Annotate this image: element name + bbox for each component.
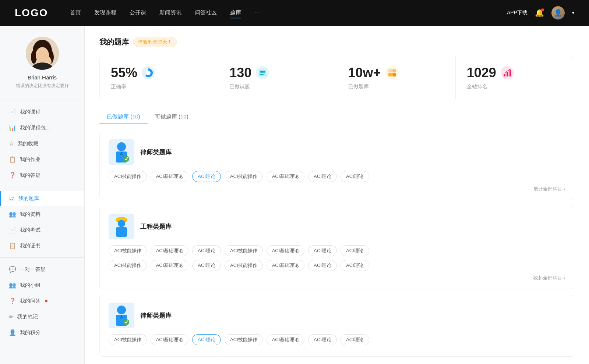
- tag-item[interactable]: ACI理论: [192, 260, 221, 271]
- notification-icon[interactable]: 🔔: [535, 8, 544, 17]
- sidebar-item-my-questions[interactable]: ❓ 我的问答: [0, 293, 84, 309]
- nav-news[interactable]: 新闻资讯: [159, 8, 181, 18]
- tag-item[interactable]: ACI技能操作: [109, 260, 147, 271]
- tag-item[interactable]: ACI技能操作: [109, 171, 147, 182]
- qbank-header: 工程类题库: [109, 214, 565, 239]
- main-content: 我的题库 体验剩余23天！ 55%: [85, 26, 589, 364]
- tag-item[interactable]: ACI技能操作: [225, 260, 263, 271]
- tag-item[interactable]: ACI基础理论: [151, 260, 189, 271]
- tags-row-2a: ACI技能操作 ACI基础理论 ACI理论 ACI技能操作 ACI基础理论 AC…: [109, 245, 565, 256]
- nav-home[interactable]: 首页: [70, 8, 81, 18]
- sidebar-label: 一对一答疑: [20, 266, 46, 273]
- sidebar-item-my-points[interactable]: 👤 我的积分: [0, 325, 84, 340]
- tag-item[interactable]: ACI技能操作: [225, 334, 263, 345]
- expand-link-2[interactable]: 收起全部科目 ›: [109, 275, 565, 281]
- course-package-icon: 📊: [9, 124, 16, 131]
- svg-rect-14: [392, 69, 396, 72]
- nav-questions[interactable]: 题库: [230, 8, 241, 18]
- sidebar-item-my-group[interactable]: 👥 我的小组: [0, 277, 84, 293]
- sidebar-item-one-on-one[interactable]: 💬 一对一答疑: [0, 261, 84, 277]
- nav-discover[interactable]: 发现课程: [94, 8, 116, 18]
- user-avatar[interactable]: 👤: [551, 6, 565, 19]
- tag-item[interactable]: ACI理论: [341, 245, 369, 256]
- nav-more[interactable]: ···: [254, 8, 259, 18]
- svg-point-21: [117, 142, 126, 151]
- tag-item[interactable]: ACI技能操作: [109, 245, 147, 256]
- tag-item[interactable]: ACI技能操作: [109, 334, 147, 345]
- sidebar-label: 我的笔记: [17, 314, 38, 320]
- nav-qa[interactable]: 问答社区: [195, 8, 217, 18]
- stat-label: 已做题库: [348, 83, 444, 90]
- accuracy-icon: [142, 66, 155, 79]
- qbank-header: 律师类题库: [109, 139, 565, 165]
- tag-item[interactable]: ACI理论: [308, 334, 337, 345]
- done-questions-icon: [256, 66, 269, 79]
- avatar-image: 👤: [551, 6, 565, 19]
- sidebar-item-my-materials[interactable]: 👥 我的资料: [0, 206, 84, 222]
- tag-item[interactable]: ACI理论: [341, 260, 369, 271]
- tag-item[interactable]: ACI理论: [308, 171, 337, 182]
- expand-link-1[interactable]: 展开全部科目 ›: [109, 186, 565, 192]
- profile-avatar: [26, 37, 59, 70]
- tag-item[interactable]: ACI理论: [308, 260, 337, 271]
- tag-item[interactable]: ACI基础理论: [151, 171, 189, 182]
- profile-motto: 错误的决定比没有决定要好: [16, 83, 69, 89]
- tag-item-active[interactable]: ACI理论: [192, 334, 221, 345]
- tab-available-banks[interactable]: 可做题库 (10): [148, 110, 196, 124]
- sidebar-item-favorites[interactable]: ☆ 我的收藏: [0, 136, 84, 151]
- user-menu-chevron[interactable]: ▾: [572, 10, 574, 15]
- tab-done-banks[interactable]: 已做题库 (10): [99, 110, 148, 124]
- app-download-button[interactable]: APP下载: [507, 10, 528, 16]
- sidebar-item-my-notes[interactable]: ✏ 我的笔记: [0, 309, 84, 325]
- nav-menu: 首页 发现课程 公开课 新闻资讯 问答社区 题库 ···: [70, 8, 507, 18]
- tag-item[interactable]: ACI基础理论: [267, 334, 305, 345]
- nav-opencourse[interactable]: 公开课: [130, 8, 146, 18]
- profile-section: Brian Harris 错误的决定比没有决定要好: [0, 37, 84, 96]
- my-qa-icon: ❓: [9, 172, 16, 179]
- stat-top: 1029: [467, 65, 563, 81]
- sidebar-item-my-exam[interactable]: 📄 我的考试: [0, 222, 84, 238]
- sidebar-item-question-bank[interactable]: 🗂 我的题库: [0, 191, 84, 206]
- qbank-header: 律师类题库: [109, 303, 565, 328]
- stats-row: 55% 正确率 130: [99, 56, 574, 99]
- engineer-icon: [112, 215, 131, 238]
- ranking-icon: [501, 66, 514, 79]
- sidebar-item-my-qa[interactable]: ❓ 我的答疑: [0, 167, 84, 183]
- sidebar-label: 我的积分: [20, 329, 40, 336]
- tag-item[interactable]: ACI基础理论: [267, 245, 305, 256]
- sidebar-label: 我的答疑: [20, 172, 40, 179]
- stat-value: 1029: [467, 65, 496, 81]
- qbank-title: 工程类题库: [140, 222, 172, 231]
- tag-item[interactable]: ACI理论: [192, 245, 221, 256]
- tag-item[interactable]: ACI基础理论: [267, 260, 305, 271]
- tag-item[interactable]: ACI技能操作: [225, 245, 263, 256]
- tag-item[interactable]: ACI基础理论: [151, 245, 189, 256]
- qbank-icon-wrap: [109, 139, 134, 165]
- homework-icon: 📋: [9, 156, 16, 163]
- sidebar-item-certificate[interactable]: 📋 我的证书: [0, 238, 84, 254]
- tag-item[interactable]: ACI基础理论: [151, 334, 189, 345]
- svg-rect-19: [509, 70, 511, 76]
- svg-rect-18: [507, 72, 508, 76]
- page-header: 我的题库 体验剩余23天！: [99, 37, 574, 47]
- done-banks-icon: [385, 66, 399, 79]
- tag-item[interactable]: ACI理论: [341, 171, 369, 182]
- sidebar-divider-mid: [0, 187, 84, 187]
- sidebar-item-homework[interactable]: 📋 我的作业: [0, 151, 84, 167]
- sidebar-item-course-package[interactable]: 📊 我的课程包...: [0, 120, 84, 136]
- favorites-icon: ☆: [9, 140, 14, 147]
- qbank-card-engineering: 工程类题库 ACI技能操作 ACI基础理论 ACI理论 ACI技能操作 ACI基…: [99, 206, 574, 289]
- sidebar-label: 我的证书: [20, 243, 40, 249]
- tag-item-active[interactable]: ACI理论: [192, 171, 221, 182]
- tag-item[interactable]: ACI技能操作: [225, 171, 263, 182]
- sidebar-label: 我的题库: [18, 195, 39, 202]
- tag-item[interactable]: ACI理论: [341, 334, 369, 345]
- tag-item[interactable]: ACI理论: [308, 245, 337, 256]
- sidebar-label: 我的小组: [20, 282, 40, 289]
- sidebar-label: 我的课程: [20, 109, 40, 115]
- sidebar-item-my-courses[interactable]: 📄 我的课程: [0, 104, 84, 120]
- tabs-row: 已做题库 (10) 可做题库 (10): [99, 110, 574, 124]
- svg-rect-10: [260, 71, 265, 72]
- tag-item[interactable]: ACI基础理论: [267, 171, 305, 182]
- svg-point-27: [118, 220, 125, 227]
